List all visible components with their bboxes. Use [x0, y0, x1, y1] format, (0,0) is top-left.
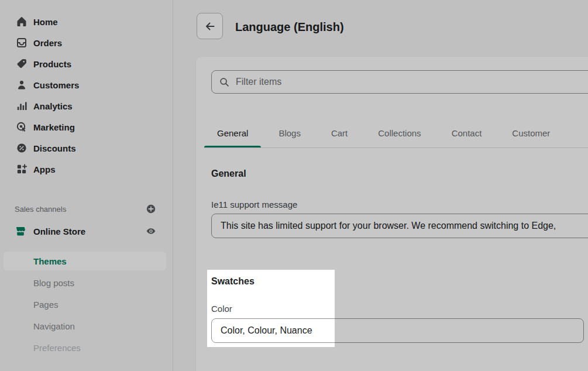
tab-cart[interactable]: Cart — [318, 119, 360, 147]
filter-input[interactable] — [236, 77, 588, 87]
sidebar-item-analytics[interactable]: Analytics — [0, 95, 173, 116]
sidebar-item-marketing[interactable]: Marketing — [0, 116, 173, 138]
apps-icon — [16, 163, 27, 175]
sidebar-item-apps[interactable]: Apps — [0, 159, 173, 180]
sidebar-item-online-store[interactable]: Online Store — [0, 221, 173, 242]
orders-icon — [16, 37, 27, 49]
online-store-submenu: Themes Blog posts Pages Navigation Prefe… — [0, 252, 173, 359]
eye-icon[interactable] — [146, 226, 156, 236]
customers-icon — [16, 79, 27, 91]
back-arrow-icon — [204, 20, 216, 32]
products-icon — [16, 58, 27, 70]
filter-box — [211, 70, 588, 94]
sidebar-item-label: Customers — [33, 80, 79, 90]
sidebar-item-navigation[interactable]: Navigation — [0, 315, 173, 337]
sidebar-main-menu: Home Orders Products Customers — [0, 0, 173, 180]
store-icon — [15, 225, 26, 237]
tab-general[interactable]: General — [204, 119, 261, 147]
sidebar-item-pages[interactable]: Pages — [0, 294, 173, 315]
tab-bar: General Blogs Cart Collections Contact C… — [204, 119, 588, 148]
sidebar-item-label: Analytics — [33, 101, 73, 111]
discounts-icon — [16, 142, 27, 154]
sales-channels-header: Sales channels — [0, 201, 173, 217]
sidebar-item-blog-posts[interactable]: Blog posts — [0, 272, 173, 294]
field-label-ie11-support-message: Ie11 support message — [211, 199, 297, 210]
sidebar-item-home[interactable]: Home — [0, 11, 173, 32]
sidebar-item-orders[interactable]: Orders — [0, 32, 173, 53]
sidebar-item-label: Discounts — [33, 143, 76, 153]
sidebar-item-label: Apps — [33, 164, 56, 174]
translations-card: General Blogs Cart Collections Contact C… — [196, 57, 588, 371]
add-sales-channel-icon[interactable] — [146, 204, 156, 214]
search-icon — [219, 77, 230, 88]
shopify-admin-page: Home Orders Products Customers — [0, 0, 588, 371]
tab-customer[interactable]: Customer — [499, 119, 563, 147]
sidebar-item-products[interactable]: Products — [0, 53, 173, 74]
sidebar-item-discounts[interactable]: Discounts — [0, 138, 173, 159]
page-title: Language (English) — [235, 20, 344, 34]
main-content: Language (English) General Blogs Cart Co… — [173, 0, 588, 371]
home-icon — [16, 16, 27, 28]
sidebar-item-preferences[interactable]: Preferences — [0, 337, 173, 359]
online-store-label: Online Store — [33, 226, 146, 236]
sidebar-item-label: Products — [33, 59, 71, 69]
tab-contact[interactable]: Contact — [439, 119, 495, 147]
tab-blogs[interactable]: Blogs — [266, 119, 314, 147]
section-heading-general: General — [211, 168, 246, 179]
marketing-icon — [16, 121, 27, 133]
sidebar-item-customers[interactable]: Customers — [0, 74, 173, 95]
color-swatches-input[interactable] — [211, 318, 584, 343]
analytics-icon — [16, 100, 27, 112]
sidebar-item-label: Home — [33, 17, 58, 27]
ie11-support-message-input[interactable] — [211, 214, 588, 238]
sidebar-item-label: Orders — [33, 38, 62, 48]
sidebar-item-label: Marketing — [33, 122, 75, 132]
sales-channels-label: Sales channels — [15, 205, 66, 214]
tab-collections[interactable]: Collections — [365, 119, 434, 147]
sidebar-nav: Home Orders Products Customers — [0, 0, 173, 371]
section-heading-swatches: Swatches — [211, 276, 255, 287]
field-label-color: Color — [211, 303, 232, 314]
back-button[interactable] — [197, 13, 223, 39]
sidebar-item-themes[interactable]: Themes — [4, 252, 166, 270]
